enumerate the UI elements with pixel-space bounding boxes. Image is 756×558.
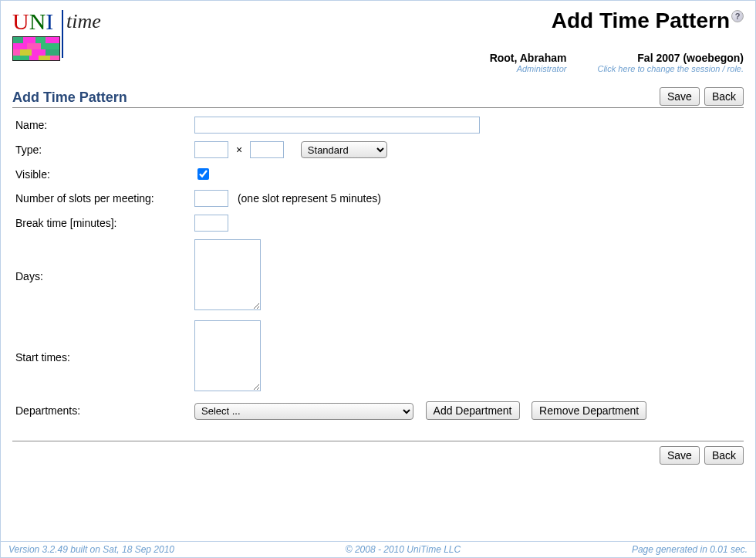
departments-label: Departments: — [12, 397, 191, 424]
back-button-bottom[interactable]: Back — [704, 446, 744, 465]
start-times-textarea[interactable] — [194, 320, 261, 391]
start-times-label: Start times: — [12, 316, 191, 397]
type-label: Type: — [12, 137, 191, 162]
help-icon[interactable]: ? — [731, 10, 744, 22]
section-title: Add Time Pattern — [12, 90, 127, 106]
departments-select[interactable]: Select ... — [194, 403, 413, 420]
multiply-sign: × — [236, 144, 242, 156]
visible-checkbox[interactable] — [197, 168, 209, 180]
type-input-1[interactable] — [194, 141, 228, 158]
days-textarea[interactable] — [194, 239, 261, 310]
session-name[interactable]: Fal 2007 (woebegon) — [597, 52, 744, 64]
slots-label: Number of slots per meeting: — [12, 186, 191, 211]
back-button[interactable]: Back — [704, 87, 744, 106]
slots-input[interactable] — [194, 190, 228, 207]
save-button-bottom[interactable]: Save — [660, 446, 700, 465]
footer-copyright: © 2008 - 2010 UniTime LLC — [346, 544, 461, 555]
remove-department-button[interactable]: Remove Department — [532, 401, 646, 420]
slots-hint: (one slot represent 5 minutes) — [238, 192, 381, 205]
break-label: Break time [minutes]: — [12, 211, 191, 235]
name-label: Name: — [12, 113, 191, 137]
app-logo: UNI time — [12, 8, 101, 61]
visible-label: Visible: — [12, 162, 191, 186]
footer-version: Version 3.2.49 built on Sat, 18 Sep 2010 — [8, 544, 174, 555]
break-input[interactable] — [194, 215, 228, 232]
user-name: Root, Abraham — [490, 52, 567, 64]
type-input-2[interactable] — [250, 141, 284, 158]
page-title: Add Time Pattern — [552, 8, 730, 33]
footer-gentime: Page generated in 0.01 sec. — [632, 544, 748, 555]
session-hint[interactable]: Click here to change the session / role. — [597, 64, 744, 73]
save-button[interactable]: Save — [660, 87, 700, 106]
user-role: Administrator — [490, 64, 567, 73]
type-select[interactable]: Standard — [301, 141, 387, 158]
name-input[interactable] — [194, 117, 480, 134]
add-department-button[interactable]: Add Department — [426, 401, 520, 420]
days-label: Days: — [12, 235, 191, 316]
